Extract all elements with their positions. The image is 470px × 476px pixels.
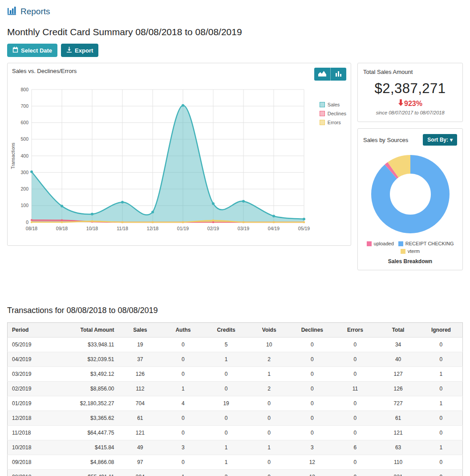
- table-cell: 0: [291, 426, 334, 440]
- table-cell: 0: [420, 382, 463, 396]
- table-cell: 1: [420, 440, 463, 455]
- table-cell: $8,856.00: [60, 382, 119, 396]
- table-cell: 0: [291, 396, 334, 411]
- table-row: 08/2018$55,491.113041301303210: [8, 470, 463, 476]
- bar-chart-toggle-button[interactable]: [330, 68, 346, 81]
- area-chart-toggle-button[interactable]: [314, 68, 330, 81]
- svg-text:09/18: 09/18: [56, 226, 68, 231]
- svg-text:05/19: 05/19: [298, 226, 310, 231]
- pie-legend-item-vterm[interactable]: vterm: [401, 248, 420, 254]
- table-cell: 0: [334, 426, 377, 440]
- table-cell: $64,447.75: [60, 426, 119, 440]
- svg-text:02/19: 02/19: [207, 226, 219, 231]
- table-cell: 0: [334, 352, 377, 367]
- table-cell: 0: [291, 352, 334, 367]
- table-cell: $55,491.11: [60, 470, 119, 476]
- sales-change-percent: 923%: [404, 100, 422, 108]
- svg-text:400: 400: [20, 153, 28, 159]
- table-cell: 0: [291, 338, 334, 352]
- pie-legend-item-uploaded[interactable]: uploaded: [367, 241, 394, 246]
- select-date-button[interactable]: Select Date: [7, 44, 57, 57]
- table-cell: $3,365.62: [60, 411, 119, 426]
- pie-legend-label: uploaded: [374, 241, 394, 246]
- pie-legend-swatch: [401, 249, 405, 254]
- table-cell: 1: [205, 440, 248, 455]
- table-cell: 2: [247, 352, 291, 367]
- table-header-row: PeriodTotal AmountSalesAuthsCreditsVoids…: [8, 323, 463, 338]
- column-header-errors: Errors: [334, 323, 377, 338]
- chart-type-toggle: [314, 68, 346, 81]
- transactions-table-wrap: PeriodTotal AmountSalesAuthsCreditsVoids…: [7, 322, 463, 476]
- legend-item-declines[interactable]: Declines: [320, 111, 346, 116]
- table-cell: 1: [162, 382, 205, 396]
- table-row: 11/2018$64,447.75121000001210: [8, 426, 463, 440]
- table-cell: 3: [291, 440, 334, 455]
- table-cell: 10/2018: [8, 440, 60, 455]
- table-cell: 121: [377, 426, 420, 440]
- pie-legend-item-receipt-checking[interactable]: RECEIPT CHECKING: [398, 241, 454, 246]
- sort-by-label: Sort By:: [427, 137, 448, 143]
- table-cell: 0: [247, 396, 291, 411]
- svg-text:03/19: 03/19: [238, 226, 249, 231]
- main-content: Sales vs. Declines/Errors 01002003004005…: [0, 63, 470, 270]
- legend-label: Declines: [328, 111, 346, 116]
- table-cell: 0: [334, 411, 377, 426]
- pie-legend-swatch: [367, 241, 372, 246]
- column-header-auths: Auths: [162, 323, 205, 338]
- donut-chart-wrap: [363, 152, 457, 236]
- table-cell: 03/2019: [8, 367, 60, 382]
- table-cell: 0: [334, 338, 377, 352]
- sort-by-button[interactable]: Sort By: ▾: [423, 134, 457, 146]
- svg-text:200: 200: [20, 186, 28, 191]
- table-cell: 0: [205, 411, 248, 426]
- table-cell: 0: [162, 426, 205, 440]
- table-cell: 0: [247, 426, 291, 440]
- table-cell: 02/2019: [8, 382, 60, 396]
- area-chart-icon: [318, 71, 326, 78]
- download-icon: [66, 47, 72, 54]
- table-row: 12/2018$3,365.626100000610: [8, 411, 463, 426]
- legend-swatch: [320, 111, 325, 116]
- table-cell: 1: [420, 367, 463, 382]
- table-cell: 08/2018: [8, 470, 60, 476]
- table-cell: $33,948.11: [60, 338, 119, 352]
- table-cell: 1: [162, 470, 205, 476]
- table-cell: 126: [377, 382, 420, 396]
- donut-caption: Sales Breakdown: [363, 258, 457, 264]
- table-cell: 49: [119, 440, 162, 455]
- table-cell: 0: [420, 352, 463, 367]
- right-column: Total Sales Amount $2,387,271 923% since…: [357, 63, 463, 270]
- svg-text:04/19: 04/19: [268, 226, 280, 231]
- table-cell: $415.84: [60, 440, 119, 455]
- table-cell: $32,039.51: [60, 352, 119, 367]
- chart-legend: SalesDeclinesErrors: [320, 102, 346, 125]
- svg-text:700: 700: [20, 103, 28, 109]
- svg-text:01/19: 01/19: [177, 226, 189, 231]
- table-cell: 97: [119, 455, 162, 470]
- table-cell: 112: [119, 382, 162, 396]
- table-cell: 727: [377, 396, 420, 411]
- column-header-credits: Credits: [205, 323, 248, 338]
- column-header-period: Period: [8, 323, 60, 338]
- table-cell: 110: [377, 455, 420, 470]
- table-cell: 0: [162, 455, 205, 470]
- table-cell: 0: [247, 411, 291, 426]
- sales-chart-panel: Sales vs. Declines/Errors 01002003004005…: [7, 63, 351, 246]
- legend-item-sales[interactable]: Sales: [320, 102, 346, 107]
- export-button[interactable]: Export: [61, 44, 98, 57]
- table-cell: 0: [334, 470, 377, 476]
- column-header-total: Total: [377, 323, 420, 338]
- table-cell: 0: [291, 367, 334, 382]
- table-cell: 2: [247, 382, 291, 396]
- legend-item-errors[interactable]: Errors: [320, 120, 346, 125]
- chart-panel-title: Sales vs. Declines/Errors: [12, 68, 77, 74]
- app-title: Reports: [20, 7, 50, 16]
- table-cell: 34: [377, 338, 420, 352]
- export-label: Export: [75, 47, 93, 54]
- table-cell: 05/2019: [8, 338, 60, 352]
- reports-bar-chart-icon: [7, 6, 17, 17]
- table-cell: 0: [420, 338, 463, 352]
- table-cell: 10: [247, 338, 291, 352]
- comparison-period: since 08/07/2017 to 08/07/2018: [363, 110, 457, 115]
- table-cell: $2,180,352.27: [60, 396, 119, 411]
